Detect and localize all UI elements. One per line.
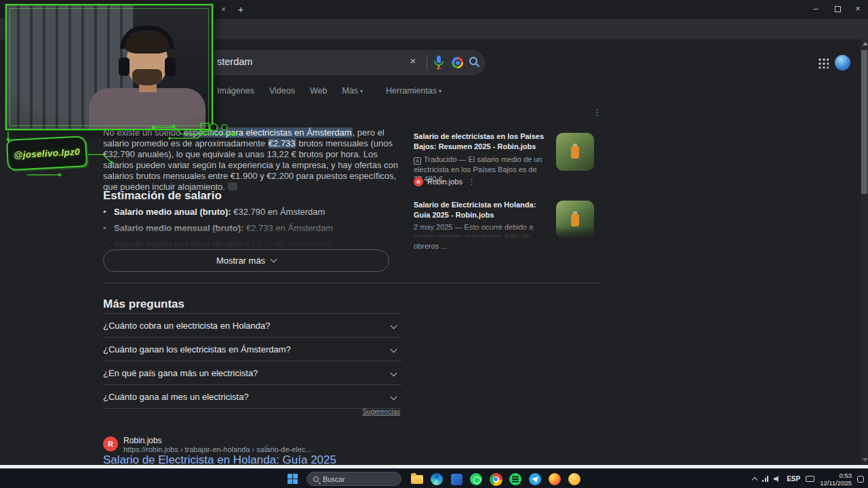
spotify-icon[interactable]: [508, 472, 523, 487]
touch-keyboard-icon[interactable]: [806, 476, 814, 482]
result-favicon: R: [103, 436, 118, 451]
window-maximize-button[interactable]: [827, 0, 848, 18]
firefox-icon[interactable]: [547, 472, 562, 487]
whatsapp-icon[interactable]: [469, 472, 484, 487]
show-more-button[interactable]: Mostrar más: [103, 249, 389, 272]
chevron-down-icon: [391, 346, 397, 352]
chrome-icon[interactable]: [488, 472, 503, 487]
question-row[interactable]: ¿En qué país gana más un electricista?: [103, 361, 401, 385]
more-questions-title: Más preguntas: [103, 298, 184, 311]
clock[interactable]: 0:53 12/11/2025: [820, 472, 852, 487]
chevron-down-icon: [271, 256, 277, 263]
snippet-highlight: específico para electricistas en Ámsterd…: [183, 127, 353, 138]
search-query-text[interactable]: sterdam: [217, 56, 252, 67]
side-result-source[interactable]: R Robin.jobs ⋮: [414, 177, 475, 186]
maximize-icon: [835, 6, 841, 12]
search-submit-icon[interactable]: [469, 56, 480, 70]
scrollbar-thumb[interactable]: [861, 50, 867, 194]
clear-search-icon[interactable]: ×: [407, 55, 419, 70]
source-favicon: R: [414, 177, 423, 186]
tab-close-icon[interactable]: ×: [218, 4, 229, 16]
chevron-down-icon: [391, 369, 397, 376]
more-questions-list: ¿Cuánto cobra un electricista en Holanda…: [103, 313, 401, 409]
network-icon[interactable]: [762, 476, 768, 482]
date-label: 12/11/2025: [820, 479, 852, 487]
volume-icon[interactable]: [774, 475, 781, 483]
snippet-highlight: €2.733: [268, 138, 296, 148]
question-row[interactable]: ¿Cuánto gana al mes un electricista?: [103, 385, 401, 409]
result-options-icon[interactable]: ⋮: [593, 107, 601, 117]
browser-tab-bar: × + – ×: [0, 0, 868, 19]
section-divider: [103, 283, 601, 283]
scrollbar-up-arrow[interactable]: [863, 42, 868, 45]
snippet-text: No existe un sueldo: [103, 127, 183, 138]
result-type-tabs: Imágenes Videos Web Más▾ Herramientas▾: [217, 86, 441, 96]
notifications-icon[interactable]: [857, 476, 864, 483]
tab-more[interactable]: Más▾: [342, 86, 363, 96]
app-blue-icon[interactable]: [449, 472, 464, 487]
question-row[interactable]: ¿Cuánto cobra un electricista en Holanda…: [103, 314, 401, 338]
tab-videos[interactable]: Videos: [269, 86, 295, 96]
content-fade-overlay: [102, 216, 404, 251]
taskbar-icons: [410, 471, 582, 487]
edge-icon[interactable]: [429, 472, 444, 487]
more-questions-options-icon[interactable]: ⋮: [176, 300, 184, 309]
file-explorer-icon[interactable]: [410, 472, 425, 487]
scrollbar-down-arrow[interactable]: [863, 458, 868, 462]
suggestions-link[interactable]: Sugerencias: [326, 408, 400, 415]
searchbox-divider: [427, 55, 427, 70]
language-indicator[interactable]: ESP: [787, 475, 800, 483]
search-input[interactable]: [76, 50, 485, 75]
chevron-down-icon: ▾: [439, 88, 441, 94]
tab-tools[interactable]: Herramientas▾: [386, 86, 441, 96]
window-minimize-button[interactable]: –: [806, 0, 826, 18]
voice-search-icon[interactable]: [434, 56, 443, 72]
snippet-source-chip[interactable]: [228, 182, 237, 190]
system-tray: ESP 0:53 12/11/2025: [753, 469, 864, 488]
new-tab-button[interactable]: +: [234, 3, 248, 16]
chevron-down-icon: [391, 393, 397, 400]
result-options-icon[interactable]: ⋮: [468, 178, 475, 186]
side-result-thumbnail[interactable]: [556, 133, 594, 171]
google-apps-grid-icon[interactable]: [818, 58, 829, 68]
question-row[interactable]: ¿Cuánto ganan los electricistas en Ámste…: [103, 338, 401, 361]
browser-toolbar: +en+amsterdam&sca_esv=2286498253ea9ec4&s…: [0, 19, 868, 39]
google-account-avatar[interactable]: [835, 55, 850, 70]
time-label: 0:53: [840, 472, 852, 479]
tab-web[interactable]: Web: [310, 86, 327, 96]
start-button[interactable]: [288, 474, 298, 484]
content-fade-overlay: [410, 226, 601, 241]
screen: × + – × +en+amsterdam&sca_esv=2286498253…: [0, 0, 868, 488]
salary-section-title: Estimación de salario: [103, 189, 222, 203]
photos-icon[interactable]: [567, 472, 582, 487]
chevron-down-icon: [391, 322, 397, 329]
telegram-icon[interactable]: [528, 472, 542, 487]
translate-icon: A: [414, 157, 421, 165]
side-result-title-link[interactable]: Salario de Electricista en Holanda: Guía…: [414, 200, 553, 220]
tray-expand-icon[interactable]: [752, 476, 757, 482]
google-lens-icon[interactable]: [452, 57, 463, 68]
side-result-title-link[interactable]: Salario de electricistas en los Países B…: [414, 131, 553, 152]
taskbar-search[interactable]: Buscar: [307, 472, 401, 486]
search-icon: [313, 476, 319, 482]
windows-taskbar: Buscar ESP 0:53 12/11/2025: [0, 468, 868, 488]
chevron-down-icon: ▾: [360, 88, 363, 94]
featured-snippet: No existe un sueldo específico para elec…: [103, 127, 403, 192]
result-site-name: Robin.jobs: [123, 436, 162, 445]
window-close-button[interactable]: ×: [848, 0, 868, 18]
result-options-icon[interactable]: ⋮: [263, 444, 271, 453]
result-breadcrumb: https://robin.jobs › trabajar-en-holanda…: [123, 445, 312, 453]
tab-images[interactable]: Imágenes: [217, 86, 254, 96]
